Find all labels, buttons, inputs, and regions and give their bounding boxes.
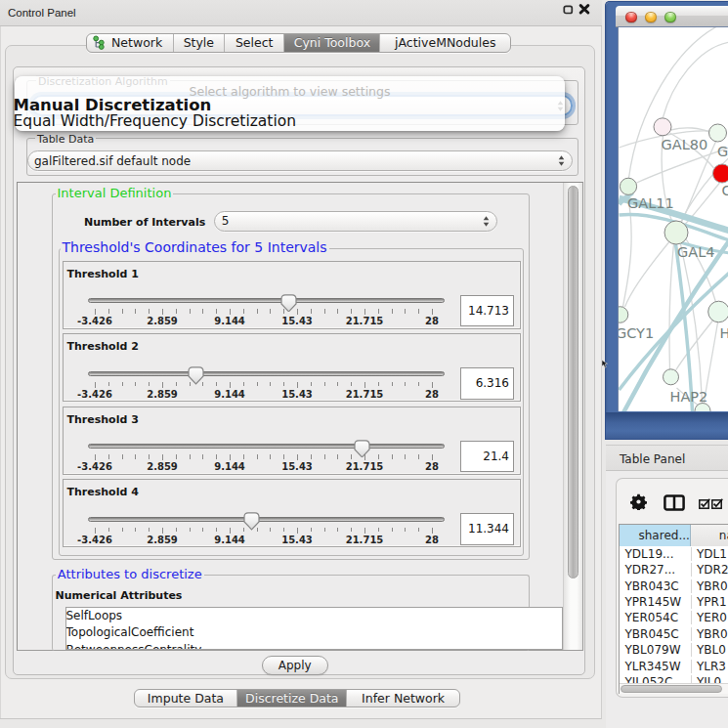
attribute-list-item[interactable]: TopologicalCoefficient xyxy=(66,624,563,642)
settings-scrollpane: Interval Definition Number of Intervals … xyxy=(17,182,583,651)
slider-minor-tick xyxy=(270,382,271,387)
table-cell: YLR3 xyxy=(692,660,728,673)
apply-button[interactable]: Apply xyxy=(262,656,328,675)
scrollbar-thumb[interactable] xyxy=(621,685,722,693)
slider-thumb[interactable] xyxy=(354,440,370,458)
threshold-value-field[interactable]: 11.344 xyxy=(460,513,515,545)
table-row[interactable]: YDL19...YDL1 xyxy=(620,546,728,562)
tab-select[interactable]: Select xyxy=(225,34,284,52)
network-node-label: GAL80 xyxy=(661,137,707,152)
attribute-list-item[interactable]: BetweennessCentrality xyxy=(66,642,563,650)
network-edge[interactable] xyxy=(668,244,673,369)
tab-network[interactable]: Network xyxy=(87,34,174,52)
slider-track[interactable] xyxy=(88,298,445,303)
slider-tick-label: 21.715 xyxy=(346,316,384,326)
table-data-combobox[interactable]: galFiltered.sif default node xyxy=(27,150,573,171)
GAL80-node[interactable] xyxy=(654,118,671,136)
table-cell: YBR043C xyxy=(620,579,693,593)
slider-major-tick xyxy=(432,454,433,460)
network-edge-thick[interactable] xyxy=(675,244,692,411)
slider-thumb[interactable] xyxy=(243,512,260,531)
network-edge[interactable] xyxy=(622,195,631,307)
slider-major-tick xyxy=(95,382,96,388)
GCY1-node[interactable] xyxy=(619,307,628,323)
table-row[interactable]: YBR045CYBR0 xyxy=(620,626,728,642)
slider-minor-tick xyxy=(405,382,406,387)
slider-track[interactable] xyxy=(88,371,445,376)
table-row[interactable]: YLR345WYLR3 xyxy=(620,659,728,674)
table-row[interactable]: YBR043CYBR0 xyxy=(620,578,728,593)
gear-icon[interactable] xyxy=(630,493,647,510)
threshold-value-field[interactable]: 21.4 xyxy=(460,441,515,473)
number-of-intervals-combobox[interactable]: 5 xyxy=(214,211,497,233)
table-column-header[interactable]: shared... xyxy=(620,525,691,546)
settings-vertical-scrollbar[interactable] xyxy=(563,183,582,650)
slider-minor-tick xyxy=(202,454,203,459)
slider-minor-tick xyxy=(243,382,244,387)
bottom-tab-discretize-data[interactable]: Discretize Data xyxy=(237,690,347,707)
mouse-cursor xyxy=(601,360,609,368)
slider-minor-tick xyxy=(378,454,379,459)
tab-style[interactable]: Style xyxy=(174,34,225,52)
slider-tick-label: 21.715 xyxy=(346,389,384,400)
table-row[interactable]: YDR27...YDR2 xyxy=(620,562,728,578)
float-window-icon[interactable] xyxy=(563,5,574,15)
top-right-node[interactable] xyxy=(708,124,726,142)
slider-tick-label: 9.144 xyxy=(214,535,245,545)
attribute-list-item[interactable]: SelfLoops xyxy=(66,608,563,625)
close-icon[interactable] xyxy=(578,4,590,15)
table-row[interactable]: YIL052CYIL0 xyxy=(620,674,728,683)
slider-minor-tick xyxy=(176,528,177,533)
slider-thumb[interactable] xyxy=(188,366,204,385)
slider-minor-tick xyxy=(122,382,123,387)
red-node[interactable] xyxy=(712,164,728,183)
HAP2-node[interactable] xyxy=(663,369,678,385)
table-cell: YIL0 xyxy=(692,675,728,682)
checkbox-icon[interactable] xyxy=(699,498,711,509)
minimize-traffic-light[interactable] xyxy=(645,12,657,23)
slider-thumb[interactable] xyxy=(280,294,297,313)
H-node[interactable] xyxy=(707,301,728,322)
slider-minor-tick xyxy=(418,454,419,459)
slider-tick-label: 28 xyxy=(425,389,439,400)
threshold-value-field[interactable]: 14.713 xyxy=(460,295,515,327)
table-row[interactable]: YPR145WYPR1 xyxy=(620,594,728,610)
slider-major-tick xyxy=(162,528,163,534)
slider-track[interactable] xyxy=(88,444,445,449)
columns-icon[interactable] xyxy=(664,494,685,511)
slider-tick-label: 21.715 xyxy=(346,461,384,472)
bottom-tab-impute-data[interactable]: Impute Data xyxy=(135,690,238,707)
table-row[interactable]: YBL079WYBL0 xyxy=(620,642,728,658)
network-edge[interactable] xyxy=(663,42,728,117)
slider-minor-tick xyxy=(108,309,109,314)
popup-option-equal-width-frequency-discretization[interactable]: Equal Width/Frequency Discretization xyxy=(14,112,297,130)
tab-cyni-toolbox[interactable]: Cyni Toolbox xyxy=(284,34,380,52)
network-edge[interactable] xyxy=(675,321,712,370)
combo-arrows-icon xyxy=(558,151,565,170)
table-data-group: Table Data galFiltered.sif default node xyxy=(26,138,578,176)
slider-major-tick xyxy=(95,309,96,315)
zoom-traffic-light[interactable] xyxy=(664,12,676,23)
table-column-header[interactable]: na xyxy=(691,525,728,546)
GAL4-node[interactable] xyxy=(664,221,688,244)
GAL11-node[interactable] xyxy=(620,178,636,194)
close-traffic-light[interactable] xyxy=(625,12,637,23)
scrollbar-thumb[interactable] xyxy=(568,186,579,578)
network-canvas[interactable]: GAL80GACGAL11GAL4GCY1HHAP2 xyxy=(618,26,728,411)
slider-minor-tick xyxy=(216,382,217,387)
table-horizontal-scrollbar[interactable] xyxy=(620,683,728,694)
slider-minor-tick xyxy=(283,382,284,387)
table-data-combobox-value: galFiltered.sif default node xyxy=(28,154,192,168)
table-row[interactable]: YER054CYER0 xyxy=(620,610,728,625)
slider-minor-tick xyxy=(324,454,325,459)
checkbox-icon[interactable] xyxy=(711,498,724,509)
numerical-attributes-list[interactable]: SelfLoopsTopologicalCoefficientBetweenne… xyxy=(65,607,564,650)
bottom-tab-infer-network[interactable]: Infer Network xyxy=(347,690,459,707)
slider-minor-tick xyxy=(378,382,379,387)
tab-jactivemnodules[interactable]: jActiveMNodules xyxy=(380,34,510,52)
table-cell: YBR0 xyxy=(692,579,728,593)
slider-track[interactable] xyxy=(88,517,445,522)
network-edge[interactable] xyxy=(628,27,728,178)
slider-minor-tick xyxy=(351,309,352,314)
threshold-value-field[interactable]: 6.316 xyxy=(460,367,515,400)
